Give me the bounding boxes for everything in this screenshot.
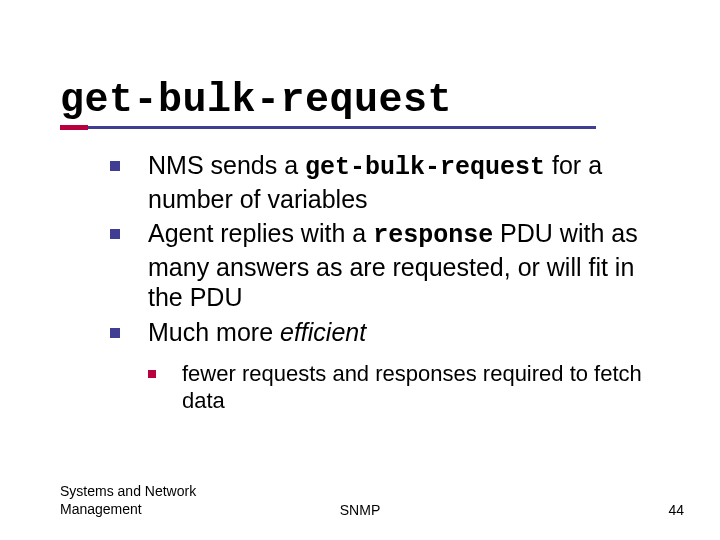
footer-center: SNMP (0, 502, 720, 518)
bullet-text-segment: Much more (148, 318, 280, 346)
square-bullet-icon (148, 370, 156, 378)
square-bullet-icon (110, 229, 120, 239)
emphasis-text: efficient (280, 318, 366, 346)
bullet-item: Agent replies with a response PDU with a… (110, 218, 670, 313)
sub-bullet-text: fewer requests and responses required to… (182, 361, 642, 413)
bullet-text-segment: NMS sends a (148, 151, 305, 179)
bullet-item: Much more efficient (110, 317, 670, 348)
square-bullet-icon (110, 328, 120, 338)
footer-left-line1: Systems and Network (60, 483, 196, 501)
square-bullet-icon (110, 161, 120, 171)
sub-bullet-item: fewer requests and responses required to… (148, 361, 670, 415)
title-block: get-bulk-request (60, 78, 452, 123)
slide: get-bulk-request NMS sends a get-bulk-re… (0, 0, 720, 540)
bullet-text-segment: Agent replies with a (148, 219, 373, 247)
sub-bullet-group: fewer requests and responses required to… (148, 361, 670, 415)
bullet-item: NMS sends a get-bulk-request for a numbe… (110, 150, 670, 214)
body: NMS sends a get-bulk-request for a numbe… (110, 150, 670, 415)
title-underline (60, 126, 596, 129)
code-text: get-bulk-request (305, 153, 545, 182)
slide-title: get-bulk-request (60, 78, 452, 123)
footer-page-number: 44 (668, 502, 684, 518)
code-text: response (373, 221, 493, 250)
